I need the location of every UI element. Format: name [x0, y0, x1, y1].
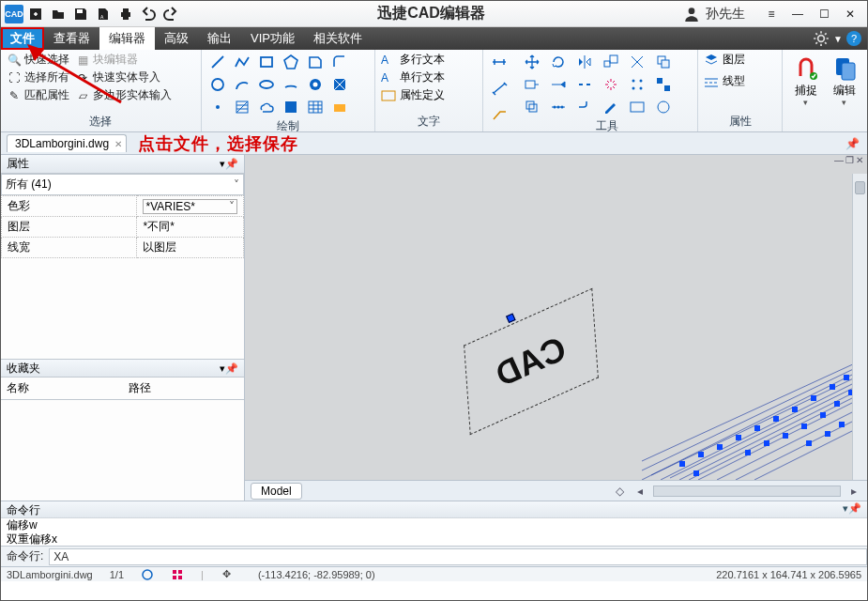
settings-caret-icon[interactable]: ▼: [833, 34, 843, 44]
draw-point-icon[interactable]: [207, 97, 228, 117]
help-icon[interactable]: ?: [846, 31, 861, 46]
maximize-icon[interactable]: ☐: [816, 7, 831, 22]
linetype-button[interactable]: 线型: [704, 73, 776, 89]
canvas-restore-icon[interactable]: ❐: [845, 155, 854, 165]
tool-stretch-icon[interactable]: [522, 74, 542, 95]
menu-related[interactable]: 相关软件: [304, 27, 372, 50]
command-input[interactable]: [49, 548, 867, 565]
draw-region-icon[interactable]: [329, 97, 350, 117]
edit-big-button[interactable]: 编辑 ▾: [827, 55, 861, 107]
doc-tab[interactable]: 3DLamborgini.dwg ✕: [7, 134, 127, 152]
minimize-icon[interactable]: —: [790, 7, 805, 22]
draw-ellipse-arc-icon[interactable]: [281, 74, 301, 95]
save-icon[interactable]: [72, 6, 89, 23]
select-all-button[interactable]: ⛶选择所有: [7, 69, 69, 85]
tool-misc-icon[interactable]: [653, 97, 674, 117]
menu-output[interactable]: 输出: [198, 27, 241, 50]
hscroll-right-icon[interactable]: ▸: [846, 485, 861, 498]
mtext-button[interactable]: A多行文本: [381, 52, 477, 68]
hscroll-dropdown-icon[interactable]: ◇: [612, 485, 627, 498]
attdef-button[interactable]: 属性定义: [381, 87, 477, 103]
open-icon[interactable]: [50, 6, 67, 23]
status-ring-icon[interactable]: [141, 568, 154, 581]
tool-break-icon[interactable]: [574, 74, 595, 95]
tool-divide-icon[interactable]: [548, 97, 569, 117]
prop-row-lineweight[interactable]: 线宽 以图层: [2, 238, 244, 258]
tool-copy-icon[interactable]: [653, 52, 674, 72]
draw-cloud-icon[interactable]: [256, 97, 277, 117]
draw-rect-icon[interactable]: [256, 52, 277, 72]
model-tab[interactable]: Model: [251, 483, 302, 500]
draw-circle-icon[interactable]: [207, 74, 228, 95]
quick-import-button[interactable]: ↷快速实体导入: [75, 69, 160, 85]
draw-chamfer-icon[interactable]: [305, 52, 326, 72]
draw-hatch-icon[interactable]: [232, 97, 252, 117]
menu-icon[interactable]: ≡: [764, 7, 779, 22]
redo-icon[interactable]: [162, 6, 179, 23]
doc-tab-close-icon[interactable]: ✕: [114, 139, 122, 149]
export-pdf-icon[interactable]: A: [95, 6, 112, 23]
tool-join-icon[interactable]: [574, 97, 595, 117]
poly-entity-button[interactable]: ▱多边形实体输入: [75, 87, 172, 103]
menu-file[interactable]: 文件: [1, 27, 44, 50]
tool-align-icon[interactable]: [653, 74, 674, 95]
undo-icon[interactable]: [140, 6, 157, 23]
dim-linear-icon[interactable]: [489, 52, 510, 72]
canvas-min-icon[interactable]: —: [834, 155, 844, 165]
tool-scale-icon[interactable]: [601, 52, 621, 72]
draw-block-icon[interactable]: [281, 97, 301, 117]
tool-rotate-icon[interactable]: [548, 52, 569, 72]
tool-move-icon[interactable]: [522, 52, 542, 72]
tool-mirror-icon[interactable]: [574, 52, 595, 72]
draw-donut-icon[interactable]: [305, 74, 326, 95]
tool-offset-icon[interactable]: [522, 97, 542, 117]
prop-color-value[interactable]: *VARIES*˅: [143, 199, 237, 214]
favorites-pin-icon[interactable]: ▾📌: [220, 362, 238, 375]
draw-ellipse-icon[interactable]: [256, 74, 277, 95]
print-icon[interactable]: [117, 6, 134, 23]
hscroll-left-icon[interactable]: ◂: [632, 485, 647, 498]
cmdhist-body[interactable]: 偏移w 双重偏移x: [1, 518, 867, 546]
close-icon[interactable]: ✕: [843, 7, 858, 22]
tool-extend-icon[interactable]: [548, 74, 569, 95]
draw-polygon-icon[interactable]: [281, 52, 301, 72]
props-pin-icon[interactable]: ▾📌: [220, 158, 238, 170]
match-props-button[interactable]: ✎匹配属性: [7, 87, 69, 103]
snap-button[interactable]: 捕捉 ▾: [788, 55, 823, 107]
layer-button[interactable]: 图层: [704, 52, 776, 68]
menu-viewer[interactable]: 查看器: [44, 27, 99, 50]
draw-table-icon[interactable]: [305, 97, 326, 117]
quick-select-button[interactable]: 🔍快速选择: [7, 52, 69, 68]
props-filter[interactable]: 所有 (41) ˅: [1, 174, 244, 195]
dim-aligned-icon[interactable]: [489, 78, 510, 99]
prop-row-color[interactable]: 色彩 *VARIES*˅: [2, 196, 244, 217]
tool-explode-icon[interactable]: [601, 74, 621, 95]
drawing-canvas[interactable]: CAD: [245, 164, 867, 480]
draw-polyline-icon[interactable]: [232, 52, 252, 72]
scrollbar-thumb[interactable]: [855, 181, 865, 194]
tool-array-icon[interactable]: [627, 74, 647, 95]
menu-advanced[interactable]: 高级: [155, 27, 198, 50]
tool-edit-icon[interactable]: [601, 97, 621, 117]
settings-icon[interactable]: [813, 30, 830, 47]
status-grid-icon[interactable]: [171, 568, 184, 581]
tool-trim-icon[interactable]: [627, 52, 647, 72]
draw-line-icon[interactable]: [207, 52, 228, 72]
dim-leader-icon[interactable]: [489, 104, 510, 125]
stext-button[interactable]: A单行文本: [381, 69, 477, 85]
user-area[interactable]: 孙先生: [683, 6, 745, 23]
hscroll-track[interactable]: [653, 485, 841, 497]
new-icon[interactable]: [27, 6, 44, 23]
prop-row-layer[interactable]: 图层 *不同*: [2, 217, 244, 238]
draw-arc-icon[interactable]: [232, 74, 252, 95]
menu-editor[interactable]: 编辑器: [99, 27, 155, 50]
canvas-close-icon[interactable]: ✕: [856, 155, 863, 165]
menu-vip[interactable]: VIP功能: [241, 27, 304, 50]
cad-selected-object[interactable]: CAD: [449, 294, 613, 428]
cmdhist-pin-icon[interactable]: ▾📌: [843, 502, 861, 516]
canvas-vscroll[interactable]: [852, 174, 867, 480]
draw-fillet-icon[interactable]: [329, 52, 350, 72]
status-move-icon[interactable]: ✥: [221, 568, 234, 581]
doctabs-pin-icon[interactable]: 📌: [845, 137, 860, 150]
draw-wipeout-icon[interactable]: [329, 74, 350, 95]
